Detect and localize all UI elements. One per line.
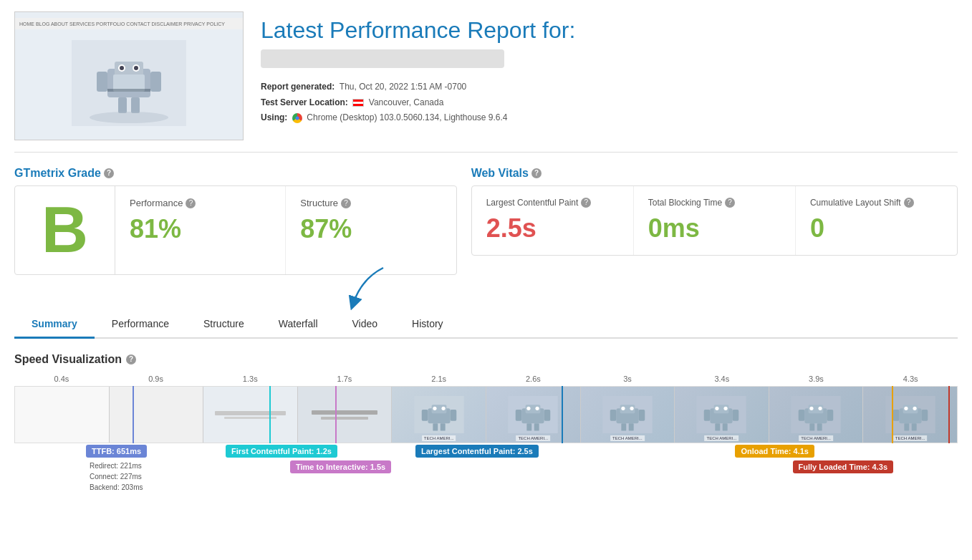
fully-loaded-marker-label: Fully Loaded Time: 4.3s (793, 460, 894, 473)
vitals-card: Largest Contentful Paint ? 2.5s Total Bl… (471, 185, 958, 256)
server-location-label: Test Server Location: (261, 97, 348, 107)
thumbnail-nav: HOME BLOG ABOUT SERVICES PORTFOLIO CONTA… (15, 18, 243, 29)
using-value: Chrome (Desktop) 103.0.5060.134, Lightho… (307, 112, 507, 122)
using-label: Using: (261, 112, 287, 122)
svg-point-27 (536, 407, 539, 410)
svg-point-10 (134, 66, 138, 70)
svg-rect-65 (892, 410, 899, 421)
filmstrip-frame-2 (110, 387, 204, 443)
lcp-value: 2.5s (486, 213, 619, 243)
timeline-ruler: 0.4s 0.9s 1.3s 1.7s 2.1s 2.6s 3s 3.4s 3.… (14, 375, 958, 383)
svg-rect-66 (904, 423, 909, 430)
markers-area: TTFB: 651ms Redirect: 221msConnect: 227m… (14, 445, 958, 509)
lcp-label: Largest Contentful Paint (486, 198, 579, 208)
tick-5: 2.6s (486, 375, 581, 383)
structure-help-icon[interactable]: ? (341, 198, 351, 208)
fully-loaded-vline (948, 386, 950, 443)
svg-rect-57 (809, 423, 814, 430)
chrome-icon (292, 113, 302, 123)
ttfb-vline (133, 386, 134, 443)
tab-history[interactable]: History (395, 311, 461, 339)
tab-performance[interactable]: Performance (95, 311, 186, 339)
svg-point-26 (527, 407, 531, 410)
grade-metrics: Performance ? 81% Structure ? 87% (115, 186, 456, 274)
gtmetrix-grade-box: GTmetrix Grade ? B Performance ? 81% (14, 167, 457, 275)
svg-rect-31 (534, 423, 539, 430)
performance-help-icon[interactable]: ? (186, 198, 196, 208)
filmstrip-container: TECH AMERI... (14, 386, 958, 443)
svg-rect-58 (817, 423, 822, 430)
tab-video[interactable]: Video (335, 311, 395, 339)
svg-rect-56 (799, 410, 805, 421)
svg-rect-55 (827, 410, 834, 421)
grade-card: B Performance ? 81% Structure ? (14, 185, 457, 275)
lcp-vline (562, 386, 563, 443)
filmstrip-frame-5: TECH AMERI... (392, 387, 486, 443)
svg-rect-20 (421, 410, 428, 421)
report-generated-label: Report generated: (261, 82, 335, 92)
tti-vline (335, 386, 337, 443)
report-url-bar (261, 49, 504, 68)
svg-rect-48 (716, 423, 721, 430)
onload-vline (892, 386, 893, 443)
svg-point-9 (120, 66, 124, 70)
filmstrip-frame-4 (298, 387, 393, 443)
filmstrip-frame-6: TECH AMERI... (486, 387, 581, 443)
tick-3: 1.7s (297, 375, 392, 383)
svg-point-63 (913, 407, 916, 410)
report-generated-value: Thu, Oct 20, 2022 1:51 AM -0700 (340, 82, 466, 92)
ttfb-marker-label: TTFB: 651ms (86, 445, 147, 458)
svg-point-45 (724, 407, 728, 410)
performance-metric: Performance ? 81% (115, 186, 286, 274)
speed-visualization: Speed Visualization ? 0.4s 0.9s 1.3s 1.7… (14, 353, 958, 509)
svg-point-53 (809, 407, 813, 410)
gtmetrix-help-icon[interactable]: ? (104, 168, 114, 178)
svg-point-62 (904, 407, 908, 410)
filmstrip-wrapper: TECH AMERI... (14, 386, 958, 443)
filmstrip-frame-7: TECH AMERI... (581, 387, 675, 443)
svg-point-35 (621, 407, 625, 410)
svg-point-13 (90, 112, 168, 123)
filmstrip-frame-1 (15, 387, 110, 443)
filmstrip-frame-8: TECH AMERI... (675, 387, 769, 443)
gtmetrix-grade-title: GTmetrix Grade (14, 167, 101, 180)
canada-flag-icon (352, 99, 364, 107)
cls-label: Cumulative Layout Shift (810, 198, 901, 208)
structure-label: Structure (300, 198, 338, 208)
lcp-help-icon[interactable]: ? (581, 198, 591, 208)
tab-structure[interactable]: Structure (186, 311, 261, 339)
tick-1: 0.9s (109, 375, 203, 383)
performance-value: 81% (130, 214, 271, 244)
tbt-help-icon[interactable]: ? (725, 198, 735, 208)
filmstrip-frame-9: TECH AMERI... (769, 387, 864, 443)
tick-4: 2.1s (392, 375, 486, 383)
tab-waterfall[interactable]: Waterfall (261, 311, 335, 339)
cls-help-icon[interactable]: ? (904, 198, 914, 208)
tbt-vital: Total Blocking Time ? 0ms (634, 186, 796, 255)
svg-rect-64 (921, 410, 928, 421)
svg-rect-39 (621, 423, 626, 430)
cls-vital: Cumulative Layout Shift ? 0 (796, 186, 957, 255)
svg-rect-12 (107, 89, 150, 92)
tab-summary[interactable]: Summary (14, 311, 95, 339)
svg-point-18 (441, 407, 445, 410)
speed-viz-help-icon[interactable]: ? (126, 354, 136, 365)
thumbnail-robot-svg (72, 40, 186, 126)
filmstrip-frame-3 (203, 387, 298, 443)
tick-0: 0.4s (14, 375, 109, 383)
svg-point-44 (716, 407, 719, 410)
svg-rect-49 (723, 423, 728, 430)
performance-label: Performance (130, 198, 183, 208)
tabs-section: Summary Performance Structure Waterfall … (14, 311, 958, 339)
svg-rect-67 (911, 423, 916, 430)
fcp-marker-label: First Contentful Paint: 1.2s (226, 445, 337, 458)
lcp-vital: Largest Contentful Paint ? 2.5s (472, 186, 634, 255)
svg-rect-38 (610, 410, 617, 421)
svg-point-17 (433, 407, 436, 410)
cls-value: 0 (810, 213, 943, 243)
svg-rect-30 (527, 423, 532, 430)
web-vitals-help-icon[interactable]: ? (531, 168, 542, 178)
tbt-label: Total Blocking Time (648, 198, 722, 208)
speed-viz-title: Speed Visualization (14, 353, 122, 366)
tick-9: 4.3s (863, 375, 958, 383)
